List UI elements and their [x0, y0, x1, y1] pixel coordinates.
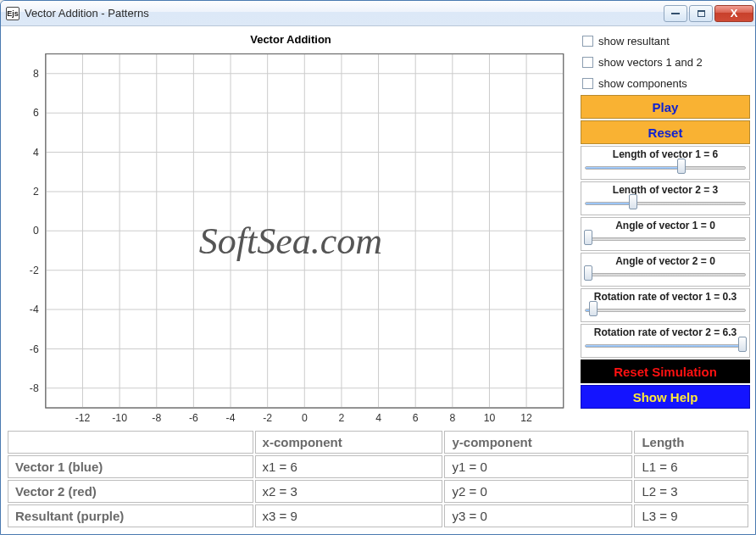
svg-text:2: 2: [339, 412, 345, 424]
checkbox-label: show resultant: [598, 35, 670, 47]
svg-text:-2: -2: [30, 265, 39, 276]
minimize-icon: [671, 13, 680, 14]
slider-angle-2[interactable]: Angle of vector 2 = 0: [581, 253, 750, 287]
chart-title: Vector Addition: [6, 31, 575, 49]
row-name: Vector 1 (blue): [8, 455, 253, 478]
checkbox-label: show components: [598, 77, 687, 90]
chart-plot-area[interactable]: -12-10-8-6-4-2024681012-8-6-4-202468 Sof…: [6, 49, 575, 432]
svg-text:0: 0: [33, 225, 39, 237]
show-help-button[interactable]: Show Help: [581, 385, 750, 409]
svg-text:-8: -8: [152, 412, 161, 424]
row-y: y3 = 0: [444, 504, 632, 527]
row-l: L2 = 3: [634, 480, 748, 503]
svg-text:0: 0: [302, 412, 308, 424]
close-icon: X: [731, 7, 738, 20]
table-header: x-component: [255, 431, 443, 454]
minimize-button[interactable]: [664, 5, 687, 22]
svg-text:-10: -10: [112, 412, 127, 424]
slider-thumb[interactable]: [677, 159, 686, 174]
slider-thumb[interactable]: [589, 301, 598, 316]
slider-label: Rotation rate of vector 2 = 6.3: [585, 326, 746, 340]
titlebar[interactable]: Ejs Vector Addition - Patterns X: [1, 1, 755, 26]
slider-thumb[interactable]: [584, 265, 592, 281]
app-window: Ejs Vector Addition - Patterns X Vector …: [0, 0, 756, 535]
checkbox-icon: [582, 57, 593, 68]
slider-thumb[interactable]: [629, 194, 637, 209]
table-header: Length: [634, 431, 748, 454]
svg-text:-6: -6: [30, 343, 39, 355]
row-y: y2 = 0: [444, 480, 632, 503]
table-row: Resultant (purple) x3 = 9 y3 = 0 L3 = 9: [8, 504, 748, 527]
slider-label: Angle of vector 1 = 0: [585, 220, 746, 233]
checkbox-icon: [582, 78, 593, 89]
maximize-button[interactable]: [689, 5, 713, 22]
checkbox-show-components[interactable]: show components: [581, 74, 750, 93]
table-header-row: x-component y-component Length: [8, 431, 748, 454]
checkbox-icon: [582, 36, 593, 47]
chart-svg: -12-10-8-6-4-2024681012-8-6-4-202468: [6, 49, 575, 432]
checkbox-show-resultant[interactable]: show resultant: [581, 31, 750, 51]
checkbox-show-vectors[interactable]: show vectors 1 and 2: [581, 53, 750, 72]
checkbox-label: show vectors 1 and 2: [598, 56, 703, 69]
row-y: y1 = 0: [444, 455, 632, 478]
slider-thumb[interactable]: [738, 337, 747, 352]
data-table: x-component y-component Length Vector 1 …: [6, 429, 750, 529]
slider-label: Length of vector 1 = 6: [585, 148, 746, 162]
play-button[interactable]: Play: [581, 95, 750, 119]
svg-text:8: 8: [449, 412, 455, 424]
row-x: x1 = 6: [255, 455, 443, 478]
svg-text:-4: -4: [30, 304, 39, 315]
row-x: x2 = 3: [255, 480, 443, 503]
slider-label: Angle of vector 2 = 0: [585, 255, 746, 269]
chart-panel: Vector Addition -12-10-8-6-4-2024681012-…: [6, 31, 575, 424]
table-row: Vector 2 (red) x2 = 3 y2 = 0 L2 = 3: [8, 480, 748, 503]
svg-text:2: 2: [33, 186, 39, 198]
slider-label: Rotation rate of vector 1 = 0.3: [585, 291, 746, 304]
svg-text:-12: -12: [75, 412, 91, 424]
slider-label: Length of vector 2 = 3: [585, 184, 746, 198]
table-header: y-component: [444, 431, 632, 454]
svg-text:8: 8: [33, 68, 39, 80]
svg-text:6: 6: [33, 107, 39, 119]
svg-text:-4: -4: [226, 412, 236, 424]
slider-rate-1[interactable]: Rotation rate of vector 1 = 0.3: [581, 288, 750, 322]
slider-rate-2[interactable]: Rotation rate of vector 2 = 6.3: [581, 324, 750, 358]
slider-angle-1[interactable]: Angle of vector 1 = 0: [581, 217, 750, 251]
slider-thumb[interactable]: [584, 230, 592, 245]
control-panel: show resultant show vectors 1 and 2 show…: [581, 31, 750, 424]
reset-button[interactable]: Reset: [581, 120, 750, 144]
svg-text:4: 4: [33, 147, 39, 159]
table-row: Vector 1 (blue) x1 = 6 y1 = 0 L1 = 6: [8, 455, 748, 478]
row-l: L3 = 9: [634, 504, 748, 527]
svg-text:6: 6: [413, 412, 419, 424]
svg-text:-2: -2: [263, 412, 272, 424]
reset-simulation-button[interactable]: Reset Simulation: [581, 359, 750, 383]
svg-text:10: 10: [484, 412, 496, 424]
slider-length-2[interactable]: Length of vector 2 = 3: [581, 181, 750, 215]
app-icon: Ejs: [6, 7, 19, 20]
svg-text:4: 4: [375, 412, 381, 424]
maximize-icon: [698, 10, 705, 17]
table-header: [8, 431, 253, 454]
svg-text:-6: -6: [189, 412, 198, 424]
svg-text:12: 12: [520, 412, 532, 424]
close-button[interactable]: X: [714, 5, 753, 22]
window-title: Vector Addition - Patterns: [25, 7, 662, 20]
row-name: Resultant (purple): [8, 504, 253, 527]
svg-text:-8: -8: [30, 382, 39, 394]
row-name: Vector 2 (red): [8, 480, 253, 503]
row-x: x3 = 9: [255, 504, 443, 527]
slider-length-1[interactable]: Length of vector 1 = 6: [581, 146, 750, 180]
row-l: L1 = 6: [634, 455, 748, 478]
